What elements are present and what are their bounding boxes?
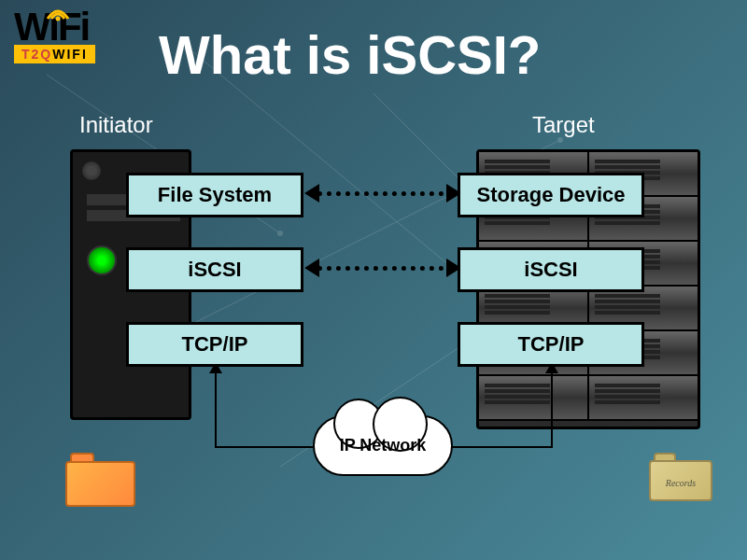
svg-point-5: [277, 231, 283, 236]
logo-sub-text: T2QWIFI: [14, 45, 95, 63]
records-folder-label: Records: [649, 478, 712, 488]
bidirectional-arrow-top: [308, 191, 453, 196]
records-folder-icon: Records: [649, 453, 712, 501]
target-layer-tcpip: TCP/IP: [458, 322, 644, 367]
arrow-head-icon: [304, 259, 319, 277]
brand-logo: WiFi T2QWIFI: [14, 9, 95, 63]
folder-icon: [65, 453, 135, 507]
connector-line: [215, 446, 317, 448]
arrow-head-icon: [304, 184, 319, 203]
wifi-signal-icon: [44, 2, 72, 22]
power-button-icon: [87, 245, 117, 275]
svg-point-8: [56, 17, 61, 21]
target-layer-storage: Storage Device: [458, 173, 644, 217]
bidirectional-arrow-mid: [308, 266, 453, 271]
connector-line: [215, 369, 217, 448]
initiator-label: Initiator: [79, 112, 153, 138]
initiator-layer-iscsi: iSCSI: [126, 247, 303, 292]
initiator-layer-tcpip: TCP/IP: [126, 322, 303, 367]
cloud-label: IP Network: [313, 436, 453, 455]
target-label: Target: [532, 112, 595, 138]
ip-network-cloud: IP Network: [313, 415, 453, 476]
connector-line: [448, 446, 553, 448]
target-layer-iscsi: iSCSI: [458, 247, 644, 292]
connector-line: [551, 369, 553, 448]
initiator-layer-filesystem: File System: [126, 173, 303, 217]
page-title: What is iSCSI?: [159, 23, 541, 86]
